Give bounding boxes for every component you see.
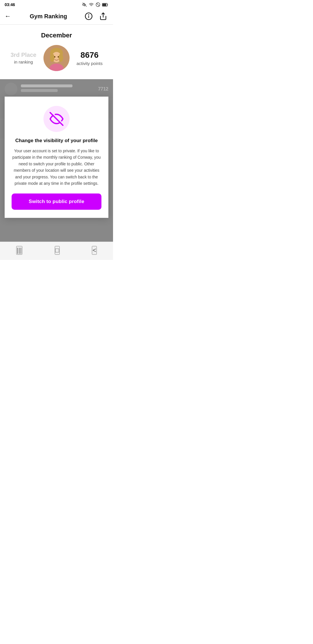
stats-row: 3rd Place in ranking 8676 activity point… (0, 45, 113, 79)
mute-icon (82, 2, 87, 7)
svg-rect-5 (103, 3, 106, 6)
bg-row-1: 7712 (0, 79, 113, 99)
eye-slash-icon (50, 112, 63, 126)
points-label: activity points (77, 61, 103, 66)
status-icons (82, 2, 108, 7)
month-section: December (0, 25, 113, 45)
info-button[interactable] (83, 11, 94, 21)
points-block: 8676 activity points (77, 50, 103, 66)
rank-label: in ranking (10, 59, 37, 64)
switch-to-public-button[interactable]: Switch to public profile (12, 193, 101, 210)
visibility-modal: Change the visibility of your profile Yo… (5, 97, 108, 218)
svg-point-1 (91, 6, 91, 6)
rank-block: 3rd Place in ranking (10, 52, 37, 64)
back-nav-button[interactable]: < (92, 246, 97, 255)
menu-button[interactable]: ||| (16, 246, 22, 255)
svg-line-3 (97, 3, 99, 6)
status-time: 03:46 (5, 2, 15, 7)
nav-actions (83, 11, 108, 21)
overlay-area: 7712 6890 5441 (0, 79, 113, 242)
wifi-icon (89, 2, 94, 7)
svg-point-14 (50, 54, 54, 62)
svg-point-16 (54, 56, 55, 57)
svg-point-17 (58, 56, 59, 57)
month-title: December (0, 32, 113, 39)
nav-bar: ← Gym Ranking (0, 8, 113, 25)
nav-title: Gym Ranking (30, 13, 67, 20)
avatar-image (43, 45, 70, 71)
home-button[interactable]: □ (55, 246, 60, 255)
share-icon (99, 12, 107, 20)
back-button[interactable]: ← (5, 11, 13, 21)
points-value: 8676 (77, 50, 103, 60)
modal-body: Your user account is set to private. If … (12, 148, 101, 187)
svg-point-15 (59, 54, 63, 62)
rank-value: 3rd Place (10, 52, 37, 58)
battery-icon (102, 3, 108, 7)
visibility-icon-container (43, 106, 70, 132)
no-entry-icon (96, 2, 100, 7)
avatar (43, 45, 70, 71)
status-bar: 03:46 (0, 0, 113, 8)
bottom-nav-bar: ||| □ < (0, 242, 113, 260)
modal-heading: Change the visibility of your profile (12, 138, 101, 144)
info-icon (85, 12, 93, 20)
share-button[interactable] (98, 11, 108, 21)
